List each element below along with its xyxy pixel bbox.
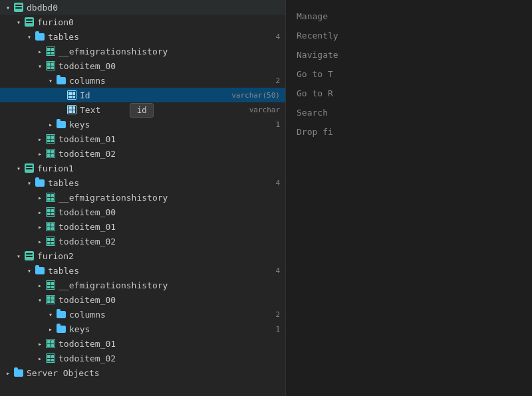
folder-icon	[56, 324, 66, 334]
item-badge: 1	[275, 325, 280, 334]
chevron-icon	[35, 221, 45, 232]
folder-icon	[13, 367, 24, 378]
chevron-icon	[45, 324, 56, 334]
right-item-manage[interactable]: Manage	[286, 7, 532, 26]
chevron-icon	[3, 2, 13, 13]
chevron-icon	[24, 31, 35, 42]
tree-item-label: Text	[80, 105, 247, 115]
chevron-icon	[35, 207, 45, 217]
chevron-icon	[24, 265, 35, 276]
tree-panel: dbdbd0furion0tables4__efmigrationshistor…	[0, 0, 286, 396]
tree-item-label: todoitem_01	[59, 339, 280, 349]
chevron-icon	[13, 163, 24, 173]
tree-item-label: todoitem_02	[59, 353, 280, 363]
tree-item-label: todoitem_02	[59, 149, 280, 159]
chevron-icon	[35, 148, 45, 159]
chevron-icon	[13, 17, 24, 27]
tree-item-label: furion0	[37, 17, 280, 27]
chevron-icon	[35, 192, 45, 203]
item-badge: 2	[275, 310, 280, 319]
table-icon	[45, 192, 56, 203]
database-icon	[13, 2, 24, 13]
tree-item[interactable]: todoitem_02	[0, 351, 285, 365]
chevron-icon	[35, 134, 45, 144]
tree-item[interactable]: Textvarchar	[0, 102, 285, 117]
table-icon	[45, 236, 56, 247]
tree-item-label: columns	[69, 76, 272, 86]
column-icon	[66, 90, 77, 100]
item-badge: 4	[275, 266, 280, 275]
tree-item[interactable]: __efmigrationshistory	[0, 190, 285, 205]
database-icon	[24, 250, 35, 261]
tree-item[interactable]: todoitem_00	[0, 292, 285, 307]
tree-item[interactable]: columns2	[0, 73, 285, 88]
tree-item[interactable]: Server Objects	[0, 365, 285, 380]
tree-item[interactable]: furion0	[0, 15, 285, 29]
chevron-icon	[35, 46, 45, 56]
tree-item[interactable]: keys1	[0, 322, 285, 336]
chevron-icon	[35, 236, 45, 247]
tree-item[interactable]: todoitem_01	[0, 219, 285, 234]
table-icon	[45, 46, 56, 56]
tree-item[interactable]: tables4	[0, 263, 285, 278]
database-icon	[24, 17, 35, 27]
tree-item[interactable]: columns2	[0, 307, 285, 322]
tree-item-label: todoitem_00	[59, 61, 280, 71]
item-badge: 4	[275, 179, 280, 187]
chevron-icon	[35, 60, 45, 71]
table-icon	[45, 338, 56, 349]
right-item-goto_r[interactable]: Go to R	[286, 84, 532, 103]
right-item-recently[interactable]: Recently	[286, 26, 532, 45]
tree-item[interactable]: tables4	[0, 29, 285, 44]
tree-item[interactable]: Idvarchar(50)	[0, 88, 285, 102]
right-item-goto_t[interactable]: Go to T	[286, 64, 532, 84]
right-panel: ManageRecentlyNavigateGo to TGo to RSear…	[286, 0, 532, 396]
tree-item[interactable]: todoitem_01	[0, 336, 285, 351]
tree-item[interactable]: todoitem_00	[0, 205, 285, 219]
chevron-icon	[13, 250, 24, 261]
tree-item[interactable]: tables4	[0, 175, 285, 190]
database-icon	[24, 163, 35, 173]
tree-item[interactable]: furion2	[0, 248, 285, 263]
tree-item[interactable]: furion1	[0, 161, 285, 175]
tree-item-label: keys	[69, 324, 272, 334]
right-item-search[interactable]: Search	[286, 103, 532, 122]
tree-item-label: tables	[48, 178, 272, 188]
table-icon	[45, 221, 56, 232]
tree-item-label: __efmigrationshistory	[59, 47, 280, 56]
tree-item-label: furion2	[37, 251, 280, 261]
tree-item-label: tables	[48, 266, 272, 276]
chevron-icon	[45, 119, 56, 130]
tree-item[interactable]: todoitem_01	[0, 132, 285, 146]
table-icon	[45, 134, 56, 144]
tree-item-label: dbdbd0	[27, 3, 280, 13]
right-item-drop_fi[interactable]: Drop fi	[286, 122, 532, 142]
folder-icon	[56, 75, 66, 86]
table-icon	[45, 280, 56, 290]
tree-item[interactable]: __efmigrationshistory	[0, 278, 285, 292]
tree-item-label: todoitem_01	[59, 134, 280, 144]
table-icon	[45, 148, 56, 159]
tree-item[interactable]: todoitem_02	[0, 234, 285, 248]
tree-item[interactable]: __efmigrationshistory	[0, 44, 285, 58]
tree-item-label: furion1	[37, 163, 280, 173]
chevron-icon	[35, 338, 45, 349]
tree-item[interactable]: todoitem_00	[0, 58, 285, 73]
tree-item-label: Id	[80, 90, 229, 100]
tree-item[interactable]: todoitem_02	[0, 146, 285, 161]
folder-icon	[56, 119, 66, 130]
item-badge: 2	[275, 76, 280, 85]
folder-icon	[56, 309, 66, 320]
chevron-icon	[45, 309, 56, 320]
chevron-icon	[3, 367, 13, 378]
table-icon	[45, 60, 56, 71]
tree-item-label: __efmigrationshistory	[59, 280, 280, 290]
folder-icon	[35, 31, 45, 42]
tree-item-label: todoitem_00	[59, 207, 280, 217]
right-item-navigate[interactable]: Navigate	[286, 45, 532, 64]
folder-icon	[35, 177, 45, 188]
chevron-icon	[35, 280, 45, 290]
tree-item[interactable]: keys1	[0, 117, 285, 132]
table-icon	[45, 294, 56, 305]
tree-item[interactable]: dbdbd0	[0, 0, 285, 15]
